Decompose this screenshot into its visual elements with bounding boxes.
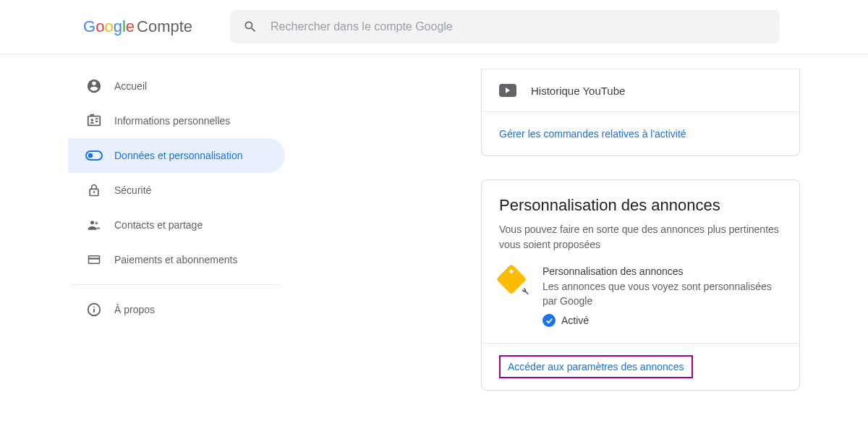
ads-personalization-card: Personnalisation des annonces Vous pouve… (481, 179, 800, 391)
svg-point-1 (90, 119, 93, 122)
sidebar-divider (71, 284, 281, 285)
sidebar-item-label: Sécurité (114, 184, 151, 196)
credit-card-icon (85, 251, 103, 268)
check-circle-icon (542, 314, 556, 327)
search-input[interactable]: Rechercher dans le compte Google (230, 10, 780, 43)
svg-point-7 (93, 191, 95, 193)
youtube-history-label: Historique YouTube (531, 85, 625, 97)
svg-point-5 (88, 153, 93, 158)
account-circle-icon (85, 77, 103, 95)
sidebar-item-personal-info[interactable]: Informations personnelles (68, 103, 285, 138)
ads-status: Activé (542, 314, 782, 327)
google-logo[interactable]: Google Compte (83, 17, 192, 36)
id-card-icon (85, 112, 103, 129)
svg-point-14 (93, 306, 95, 307)
ads-row-title: Personnalisation des annonces (542, 265, 782, 277)
info-icon (85, 301, 103, 318)
svg-rect-10 (89, 256, 100, 264)
sidebar-item-label: Accueil (114, 80, 147, 92)
sidebar-item-home[interactable]: Accueil (68, 69, 285, 103)
sidebar-item-about[interactable]: À propos (68, 292, 285, 327)
ad-tag-icon (499, 265, 528, 294)
svg-rect-0 (88, 116, 101, 126)
sidebar-item-label: Paiements et abonnements (114, 254, 237, 265)
sidebar-item-label: Informations personnelles (114, 115, 230, 127)
youtube-icon (499, 84, 516, 97)
logo-suffix: Compte (137, 17, 192, 36)
highlight-annotation: Accéder aux paramètres des annonces (499, 355, 693, 378)
sidebar: Accueil Informations personnelles Donnée… (0, 69, 289, 391)
header: Google Compte Rechercher dans le compte … (0, 0, 868, 54)
sidebar-item-contacts-sharing[interactable]: Contacts et partage (68, 208, 285, 242)
lock-icon (85, 182, 103, 199)
main-content: Historique YouTube Gérer les commandes r… (289, 69, 868, 391)
people-icon (85, 216, 103, 234)
sidebar-item-label: À propos (114, 304, 155, 315)
ads-status-label: Activé (561, 315, 589, 326)
sidebar-item-label: Données et personnalisation (114, 150, 242, 161)
sidebar-item-payments[interactable]: Paiements et abonnements (68, 242, 285, 277)
sidebar-item-data-personalization[interactable]: Données et personnalisation (68, 138, 285, 173)
ads-card-subtitle: Vous pouvez faire en sorte que des annon… (499, 222, 782, 252)
ads-card-title: Personnalisation des annonces (499, 196, 782, 215)
search-icon (243, 20, 258, 34)
youtube-history-row[interactable]: Historique YouTube (482, 69, 799, 111)
ads-card-footer: Accéder aux paramètres des annonces (482, 343, 799, 390)
toggle-icon (85, 147, 103, 164)
manage-activity-link[interactable]: Gérer les commandes relatives à l'activi… (499, 128, 686, 140)
search-placeholder: Rechercher dans le compte Google (271, 20, 453, 33)
svg-point-9 (95, 222, 98, 225)
ads-settings-link[interactable]: Accéder aux paramètres des annonces (508, 361, 684, 373)
activity-history-card: Historique YouTube Gérer les commandes r… (481, 69, 800, 156)
ads-personalization-row[interactable]: Personnalisation des annonces Les annonc… (482, 265, 799, 343)
sidebar-item-label: Contacts et partage (114, 219, 203, 231)
ads-row-desc: Les annonces que vous voyez sont personn… (542, 280, 782, 308)
svg-point-8 (90, 221, 94, 224)
manage-activity-link-row: Gérer les commandes relatives à l'activi… (482, 111, 799, 156)
sidebar-item-security[interactable]: Sécurité (68, 173, 285, 208)
